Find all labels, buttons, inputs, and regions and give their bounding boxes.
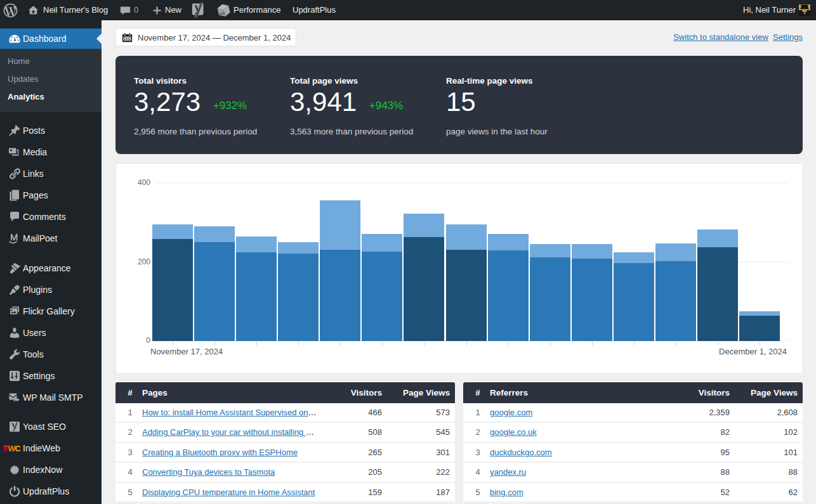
svg-text:C: C [15,444,20,453]
svg-text:W: W [8,444,15,453]
